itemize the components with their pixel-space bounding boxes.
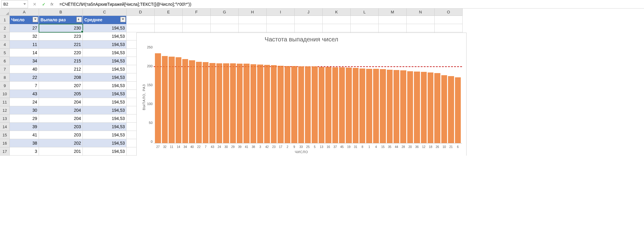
column-header-E[interactable]: E: [155, 9, 183, 16]
cell-B9[interactable]: 207: [39, 82, 83, 90]
cell-E2[interactable]: [155, 24, 183, 32]
cell-C3[interactable]: 194,53: [83, 32, 127, 40]
cell-C5[interactable]: 194,53: [83, 49, 127, 57]
cell-A5[interactable]: 14: [10, 49, 39, 57]
row-header-14[interactable]: 14: [0, 123, 10, 131]
cell-A16[interactable]: 38: [10, 139, 39, 147]
cell-C17[interactable]: 194,53: [83, 147, 127, 156]
cell-C1[interactable]: Среднее: [83, 16, 127, 24]
cell-B17[interactable]: 201: [39, 147, 83, 156]
cell-K2[interactable]: [323, 24, 351, 32]
row-header-15[interactable]: 15: [0, 131, 10, 139]
fx-icon[interactable]: fx: [51, 2, 53, 6]
row-header-5[interactable]: 5: [0, 49, 10, 57]
cell-C2[interactable]: 194,53: [83, 24, 127, 32]
row-header-4[interactable]: 4: [0, 40, 10, 49]
cell-A4[interactable]: 11: [10, 40, 39, 49]
row-header-3[interactable]: 3: [0, 32, 10, 40]
cell-N2[interactable]: [407, 24, 435, 32]
cell-A10[interactable]: 43: [10, 90, 39, 98]
row-header-8[interactable]: 8: [0, 73, 10, 82]
cell-A15[interactable]: 41: [10, 131, 39, 139]
column-header-D[interactable]: D: [127, 9, 155, 16]
cell-C8[interactable]: 194,53: [83, 73, 127, 82]
row-header-16[interactable]: 16: [0, 139, 10, 147]
cell-E1[interactable]: [155, 16, 183, 24]
cell-B3[interactable]: 223: [39, 32, 83, 40]
cell-I1[interactable]: [267, 16, 295, 24]
cell-C12[interactable]: 194,53: [83, 106, 127, 114]
row-header-13[interactable]: 13: [0, 114, 10, 123]
column-header-M[interactable]: M: [379, 9, 407, 16]
cell-A14[interactable]: 39: [10, 123, 39, 131]
cell-C6[interactable]: 194,53: [83, 57, 127, 65]
cell-A11[interactable]: 24: [10, 98, 39, 106]
row-header-12[interactable]: 12: [0, 106, 10, 114]
cell-L1[interactable]: [351, 16, 379, 24]
cell-A1[interactable]: Число: [10, 16, 39, 24]
cell-A3[interactable]: 32: [10, 32, 39, 40]
cell-B10[interactable]: 205: [39, 90, 83, 98]
row-header-10[interactable]: 10: [0, 90, 10, 98]
column-header-C[interactable]: C: [83, 9, 127, 16]
cell-C16[interactable]: 194,53: [83, 139, 127, 147]
column-header-H[interactable]: H: [239, 9, 267, 16]
cell-C10[interactable]: 194,53: [83, 90, 127, 98]
cell-B14[interactable]: 203: [39, 123, 83, 131]
cell-A12[interactable]: 30: [10, 106, 39, 114]
row-header-6[interactable]: 6: [0, 57, 10, 65]
row-header-11[interactable]: 11: [0, 98, 10, 106]
column-header-A[interactable]: A: [10, 9, 39, 16]
cell-A13[interactable]: 29: [10, 114, 39, 123]
cell-G2[interactable]: [211, 24, 239, 32]
cell-C4[interactable]: 194,53: [83, 40, 127, 49]
cell-B1[interactable]: Выпало раз: [39, 16, 83, 24]
cell-B5[interactable]: 220: [39, 49, 83, 57]
cell-M2[interactable]: [379, 24, 407, 32]
cancel-icon[interactable]: ✕: [32, 2, 37, 7]
cell-O1[interactable]: [435, 16, 463, 24]
cell-F2[interactable]: [183, 24, 211, 32]
column-header-L[interactable]: L: [351, 9, 379, 16]
formula-input[interactable]: [58, 2, 644, 7]
chart[interactable]: Частота выпадения чисел ВЫПАЛО, РАЗ 2502…: [136, 33, 467, 156]
cell-C9[interactable]: 194,53: [83, 82, 127, 90]
row-header-7[interactable]: 7: [0, 65, 10, 73]
cell-N1[interactable]: [407, 16, 435, 24]
column-header-I[interactable]: I: [267, 9, 295, 16]
column-header-B[interactable]: B: [39, 9, 83, 16]
cell-D2[interactable]: [127, 24, 155, 32]
confirm-icon[interactable]: ✓: [41, 2, 46, 7]
cell-M1[interactable]: [379, 16, 407, 24]
cell-B16[interactable]: 202: [39, 139, 83, 147]
cell-C13[interactable]: 194,53: [83, 114, 127, 123]
cell-F1[interactable]: [183, 16, 211, 24]
cell-B6[interactable]: 215: [39, 57, 83, 65]
cell-L2[interactable]: [351, 24, 379, 32]
cell-C11[interactable]: 194,53: [83, 98, 127, 106]
row-header-2[interactable]: 2: [0, 24, 10, 32]
cell-A9[interactable]: 7: [10, 82, 39, 90]
select-all-corner[interactable]: [0, 9, 10, 16]
cell-J2[interactable]: [295, 24, 323, 32]
row-header-17[interactable]: 17: [0, 147, 10, 156]
name-box-dropdown-icon[interactable]: [23, 3, 26, 5]
cell-B2[interactable]: 230: [39, 24, 83, 32]
cell-D1[interactable]: [127, 16, 155, 24]
cell-O2[interactable]: [435, 24, 463, 32]
cell-I2[interactable]: [267, 24, 295, 32]
cell-A6[interactable]: 34: [10, 57, 39, 65]
cell-B8[interactable]: 208: [39, 73, 83, 82]
filter-dropdown-icon[interactable]: [120, 17, 126, 22]
cell-B11[interactable]: 204: [39, 98, 83, 106]
cell-B7[interactable]: 212: [39, 65, 83, 73]
column-header-K[interactable]: K: [323, 9, 351, 16]
column-header-F[interactable]: F: [183, 9, 211, 16]
cell-A2[interactable]: 27: [10, 24, 39, 32]
cell-B15[interactable]: 203: [39, 131, 83, 139]
cell-G1[interactable]: [211, 16, 239, 24]
cell-A17[interactable]: 3: [10, 147, 39, 156]
column-header-J[interactable]: J: [295, 9, 323, 16]
cell-B4[interactable]: 221: [39, 40, 83, 49]
row-header-1[interactable]: 1: [0, 16, 10, 24]
